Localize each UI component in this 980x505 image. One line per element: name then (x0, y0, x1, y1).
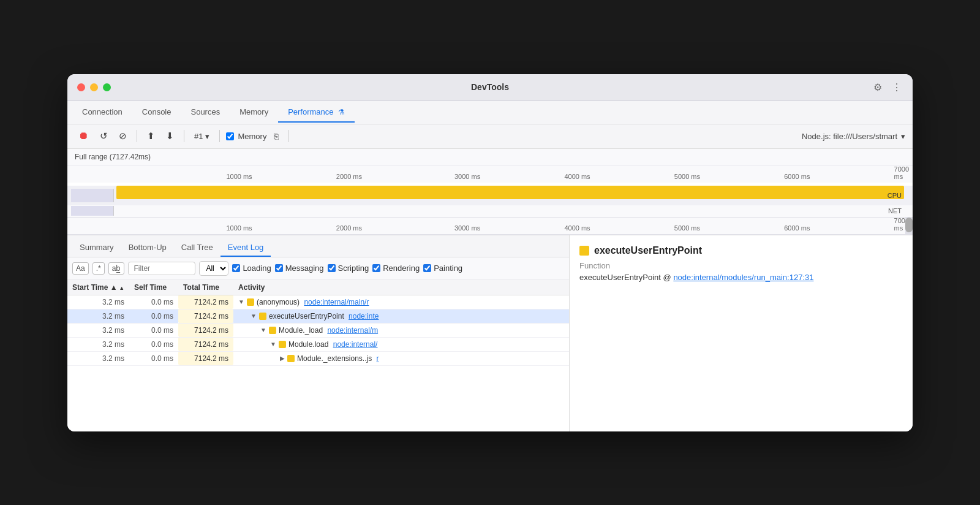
profile-label: #1 (194, 132, 203, 141)
full-range-label: Full range (7127.42ms) (67, 149, 913, 165)
detail-type-label: Function (579, 261, 903, 270)
time-mark-2000: 2000 ms (336, 173, 362, 180)
activity-name: executeUserEntryPoint (269, 312, 346, 321)
table-row[interactable]: 3.2 ms 0.0 ms 7124.2 ms ▶ Module._extens… (67, 351, 569, 365)
minimize-button[interactable] (90, 83, 98, 91)
time-mark-4000: 4000 ms (564, 173, 590, 180)
regex-toggle[interactable]: .* (92, 262, 105, 275)
col-activity[interactable]: Activity (233, 280, 569, 295)
expand-icon[interactable]: ▼ (238, 298, 244, 305)
cell-activity: ▼ executeUserEntryPoint node:inte (233, 309, 569, 323)
record-button[interactable]: ⏺ (75, 127, 92, 145)
cell-total-time: 7124.2 ms (178, 337, 233, 351)
node-selector[interactable]: Node.js: file:///Users/stmart ▾ (802, 132, 905, 141)
left-panel: Summary Bottom-Up Call Tree Event Log Aa… (67, 235, 570, 431)
profile-selector[interactable]: #1 ▾ (190, 129, 213, 143)
cell-self-time: 0.0 ms (129, 323, 178, 337)
activity-link[interactable]: r (377, 354, 379, 363)
toolbar-separator-2 (184, 130, 184, 142)
table-row[interactable]: 3.2 ms 0.0 ms 7124.2 ms ▼ executeUserEnt… (67, 309, 569, 323)
cell-activity: ▶ Module._extensions..js r (233, 351, 569, 365)
scrollbar-thumb[interactable] (905, 218, 913, 232)
expand-icon[interactable]: ▼ (251, 313, 257, 319)
messaging-checkbox[interactable] (275, 264, 283, 272)
detail-func-link[interactable]: node:internal/modules/run_main:127:31 (673, 273, 813, 282)
performance-flask-icon: ⚗ (338, 108, 345, 116)
maximize-button[interactable] (103, 83, 111, 91)
tab-performance[interactable]: Performance ⚗ (278, 102, 355, 123)
scripting-label: Scripting (338, 264, 369, 273)
table-row[interactable]: 3.2 ms 0.0 ms 7124.2 ms ▼ (anonymous) no… (67, 295, 569, 309)
event-table: Start Time ▲ Self Time Total Time Activi… (67, 280, 569, 431)
loading-checkbox[interactable] (232, 264, 240, 272)
export-button[interactable]: ⬇ (162, 128, 178, 144)
net-bar-container: NET (67, 205, 913, 218)
table-row[interactable]: 3.2 ms 0.0 ms 7124.2 ms ▼ Module._load n… (67, 323, 569, 337)
rendering-checkbox[interactable] (372, 264, 380, 272)
filter-category-select[interactable]: All (199, 261, 228, 276)
cpu-throttle-button[interactable]: ⎘ (270, 129, 282, 143)
activity-link[interactable]: node:internal/ (333, 340, 378, 349)
time-ruler-top: 1000 ms 2000 ms 3000 ms 4000 ms 5000 ms … (67, 165, 913, 183)
subtab-event-log[interactable]: Event Log (221, 239, 271, 257)
memory-checkbox-label[interactable]: Memory (226, 132, 266, 141)
toolbar-separator-3 (219, 130, 220, 142)
toolbar: ⏺ ↺ ⊘ ⬆ ⬇ #1 ▾ Memory ⎘ Node.js: file://… (67, 124, 913, 149)
loading-label: Loading (243, 264, 271, 273)
expand-icon[interactable]: ▼ (270, 341, 276, 347)
cell-start-time: 3.2 ms (67, 295, 129, 309)
cpu-bar-container: CPU (67, 186, 913, 205)
time-mark-7000: 7000 ms (894, 165, 913, 180)
cell-activity: ▼ Module.load node:internal/ (233, 337, 569, 351)
loading-checkbox-label[interactable]: Loading (232, 264, 271, 273)
devtools-window: DevTools ⚙ ⋮ Connection Console Sources … (67, 74, 913, 431)
subtab-summary[interactable]: Summary (72, 239, 121, 257)
filter-input[interactable] (128, 262, 195, 275)
col-total-time[interactable]: Total Time (178, 280, 233, 295)
cell-self-time: 0.0 ms (129, 295, 178, 309)
cpu-label: CPU (888, 192, 902, 199)
time-mark-3000: 3000 ms (454, 173, 480, 180)
col-start-time[interactable]: Start Time ▲ (67, 280, 129, 295)
whole-word-toggle[interactable]: ab̲ (108, 262, 125, 275)
scripting-checkbox-label[interactable]: Scripting (328, 264, 369, 273)
expand-icon[interactable]: ▼ (260, 327, 266, 333)
bottom-panel: Summary Bottom-Up Call Tree Event Log Aa… (67, 235, 913, 431)
rendering-checkbox-label[interactable]: Rendering (372, 264, 420, 273)
tab-console[interactable]: Console (132, 102, 181, 123)
col-self-time[interactable]: Self Time (129, 280, 178, 295)
import-button[interactable]: ⬆ (143, 128, 159, 144)
painting-label: Painting (434, 264, 462, 273)
memory-checkbox[interactable] (226, 132, 234, 140)
case-sensitive-toggle[interactable]: Aa (72, 262, 89, 275)
cell-total-time: 7124.2 ms (178, 295, 233, 309)
reload-button[interactable]: ↺ (96, 128, 111, 144)
table-row[interactable]: 3.2 ms 0.0 ms 7124.2 ms ▼ Module.load no… (67, 337, 569, 351)
painting-checkbox-label[interactable]: Painting (423, 264, 462, 273)
time-mark2-2000: 2000 ms (336, 224, 362, 232)
filter-bar: Aa .* ab̲ All Loading Messaging Scripti (67, 257, 569, 280)
titlebar: DevTools ⚙ ⋮ (67, 74, 913, 101)
tab-sources[interactable]: Sources (181, 102, 230, 123)
activity-link[interactable]: node:internal/main/r (304, 298, 369, 306)
activity-name: Module._extensions..js (297, 354, 374, 363)
settings-button[interactable]: ⚙ (872, 80, 883, 94)
subtab-call-tree[interactable]: Call Tree (174, 239, 221, 257)
activity-link[interactable]: node:internal/m (327, 326, 378, 335)
messaging-checkbox-label[interactable]: Messaging (275, 264, 324, 273)
tabbar: Connection Console Sources Memory Perfor… (67, 101, 913, 124)
activity-link[interactable]: node:inte (349, 312, 379, 321)
more-menu-button[interactable]: ⋮ (891, 80, 903, 94)
cell-start-time: 3.2 ms (67, 309, 129, 323)
close-button[interactable] (77, 83, 85, 91)
clear-button[interactable]: ⊘ (115, 128, 130, 144)
profile-dropdown-icon: ▾ (205, 132, 209, 141)
detail-title: executeUserEntryPoint (579, 245, 903, 256)
tab-connection[interactable]: Connection (72, 102, 132, 123)
table-header: Start Time ▲ Self Time Total Time Activi… (67, 280, 569, 295)
painting-checkbox[interactable] (423, 264, 431, 272)
expand-icon[interactable]: ▶ (280, 355, 285, 362)
scripting-checkbox[interactable] (328, 264, 336, 272)
subtab-bottom-up[interactable]: Bottom-Up (121, 239, 174, 257)
tab-memory[interactable]: Memory (230, 102, 278, 123)
